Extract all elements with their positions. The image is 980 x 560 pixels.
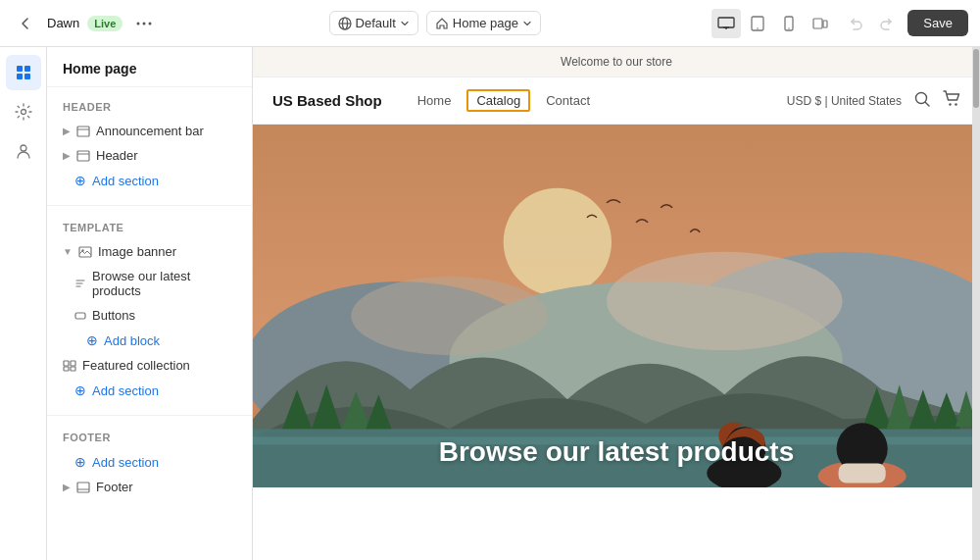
plus-icon-4: ⊕ (74, 454, 86, 470)
redo-button[interactable] (872, 10, 900, 37)
header-group-label: Header (47, 97, 252, 119)
nav-right: USD $ | United States (787, 90, 960, 112)
svg-rect-32 (77, 483, 89, 492)
tablet-view-button[interactable] (743, 9, 772, 38)
topbar-right: Save (711, 9, 968, 38)
svg-rect-18 (24, 74, 30, 79)
topbar-center: Default Home page (166, 11, 704, 35)
nav-contact-link[interactable]: Contact (546, 93, 590, 108)
back-icon (18, 16, 33, 31)
store-nav: US Based Shop Home Catalog Contact USD $… (253, 77, 980, 125)
svg-rect-27 (75, 313, 85, 319)
cart-icon[interactable] (943, 90, 960, 112)
desktop-view-button[interactable] (711, 9, 741, 38)
users-icon (15, 142, 32, 160)
image-banner-item[interactable]: ▼ Image banner (47, 239, 252, 264)
topbar: Dawn Live Default Home page (0, 0, 980, 47)
footer-item[interactable]: ▶ Footer (47, 475, 252, 499)
announcement-bar-label: Announcement bar (96, 124, 236, 138)
buttons-label: Buttons (92, 308, 236, 323)
svg-rect-23 (77, 151, 89, 161)
undo-button[interactable] (843, 10, 870, 37)
sections-icon-button[interactable] (6, 55, 41, 90)
featured-collection-item[interactable]: Featured collection (47, 353, 252, 378)
add-section-header-button[interactable]: ⊕ Add section (47, 168, 252, 193)
footer-label: Footer (96, 480, 236, 494)
svg-rect-30 (64, 367, 69, 371)
hero-section: Browse our latest products (253, 125, 980, 487)
save-button[interactable]: Save (907, 10, 968, 36)
svg-line-35 (925, 102, 929, 106)
svg-point-36 (949, 103, 951, 105)
scrollbar-thumb[interactable] (973, 49, 979, 108)
header-section-group: Header ▶ Announcement bar ▶ Header ⊕ (47, 87, 252, 203)
template-group-label: Template (47, 218, 252, 239)
nav-links: Home Catalog Contact (417, 89, 771, 112)
svg-point-39 (504, 188, 612, 296)
multi-view-button[interactable] (806, 9, 835, 38)
add-section-footer-button[interactable]: ⊕ Add section (47, 449, 252, 475)
svg-rect-28 (64, 361, 69, 366)
divider-2 (47, 415, 252, 416)
svg-point-0 (137, 22, 140, 25)
locale-label: Default (356, 16, 396, 30)
browse-products-item[interactable]: Browse our latest products (47, 264, 252, 303)
browse-products-label: Browse our latest products (92, 269, 236, 298)
undo-redo-controls (843, 10, 900, 37)
section-icon (76, 126, 90, 137)
svg-point-1 (143, 22, 146, 25)
store-name: Dawn (47, 16, 79, 30)
buttons-item[interactable]: Buttons (47, 303, 252, 328)
scrollbar-track[interactable] (972, 47, 980, 560)
back-button[interactable] (12, 10, 39, 37)
add-block-label: Add block (104, 333, 160, 348)
home-icon (435, 17, 449, 30)
chevron-right-icon-3: ▶ (63, 482, 71, 492)
announcement-text: Welcome to our store (561, 55, 672, 69)
nav-home-link[interactable]: Home (417, 93, 452, 108)
chevron-right-icon: ▶ (63, 126, 71, 136)
announcement-bar-item[interactable]: ▶ Announcement bar (47, 119, 252, 143)
canvas-area: Welcome to our store US Based Shop Home … (253, 47, 980, 560)
chevron-down-icon-2 (522, 19, 532, 28)
svg-point-2 (149, 22, 152, 25)
svg-rect-15 (17, 66, 23, 72)
svg-point-10 (758, 27, 760, 29)
svg-rect-31 (71, 367, 75, 371)
plus-icon-3: ⊕ (74, 382, 86, 398)
svg-point-43 (607, 252, 843, 350)
locale-selector[interactable]: Default (329, 11, 418, 35)
view-mode-icons (711, 9, 835, 38)
nav-catalog-link[interactable]: Catalog (466, 89, 530, 112)
sections-icon (15, 64, 32, 81)
mobile-view-button[interactable] (774, 9, 804, 38)
add-section-template-button[interactable]: ⊕ Add section (47, 378, 252, 403)
more-icon (136, 22, 152, 25)
search-icon[interactable] (913, 90, 931, 112)
currency-selector[interactable]: USD $ | United States (787, 94, 902, 108)
store-brand: US Based Shop (272, 92, 382, 109)
svg-point-19 (21, 110, 25, 115)
footer-icon (76, 482, 90, 493)
page-selector[interactable]: Home page (426, 11, 541, 35)
plus-icon-2: ⊕ (86, 332, 98, 348)
add-section-footer-label: Add section (92, 455, 159, 470)
add-block-button[interactable]: ⊕ Add block (47, 328, 252, 353)
divider-1 (47, 205, 252, 206)
left-panel: Home page Header ▶ Announcement bar ▶ He… (47, 47, 253, 560)
live-badge: Live (87, 16, 122, 31)
image-icon (78, 246, 92, 258)
header-item[interactable]: ▶ Header (47, 143, 252, 168)
page-label: Home page (453, 16, 518, 30)
globe-icon (338, 17, 352, 30)
text-icon (74, 278, 86, 289)
svg-point-20 (21, 145, 26, 151)
image-banner-label: Image banner (98, 244, 236, 259)
settings-icon-button[interactable] (6, 94, 41, 129)
more-button[interactable] (130, 10, 158, 37)
footer-section-group: Footer ⊕ Add section ▶ Footer (47, 418, 252, 509)
users-icon-button[interactable] (6, 133, 41, 169)
plus-icon: ⊕ (74, 173, 86, 188)
section-icon-2 (76, 150, 90, 162)
svg-rect-29 (71, 361, 75, 366)
